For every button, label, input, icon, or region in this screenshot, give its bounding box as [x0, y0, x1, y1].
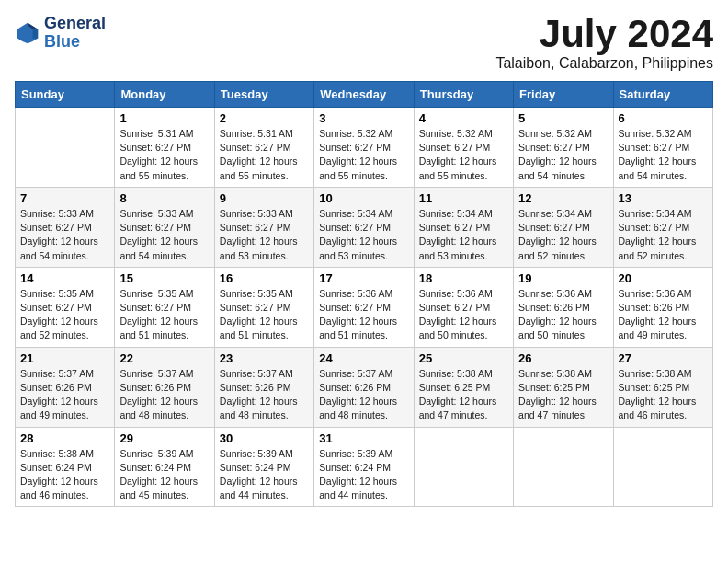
day-number: 9: [220, 191, 309, 205]
calendar-header: SundayMondayTuesdayWednesdayThursdayFrid…: [16, 82, 713, 108]
calendar-table: SundayMondayTuesdayWednesdayThursdayFrid…: [15, 81, 713, 507]
day-info: Sunrise: 5:31 AM Sunset: 6:27 PM Dayligh…: [119, 127, 209, 183]
calendar-cell: [414, 427, 513, 507]
calendar-cell: 5Sunrise: 5:32 AM Sunset: 6:27 PM Daylig…: [514, 108, 613, 188]
day-info: Sunrise: 5:36 AM Sunset: 6:26 PM Dayligh…: [619, 287, 708, 343]
calendar-cell: 10Sunrise: 5:34 AM Sunset: 6:27 PM Dayli…: [314, 187, 414, 267]
day-info: Sunrise: 5:35 AM Sunset: 6:27 PM Dayligh…: [220, 287, 309, 343]
calendar-cell: [16, 108, 115, 188]
day-info: Sunrise: 5:37 AM Sunset: 6:26 PM Dayligh…: [20, 367, 109, 423]
day-number: 15: [119, 271, 209, 285]
day-info: Sunrise: 5:32 AM Sunset: 6:27 PM Dayligh…: [419, 127, 508, 183]
day-number: 30: [220, 431, 309, 445]
day-number: 29: [119, 431, 209, 445]
calendar-cell: 31Sunrise: 5:39 AM Sunset: 6:24 PM Dayli…: [314, 427, 414, 507]
day-info: Sunrise: 5:34 AM Sunset: 6:27 PM Dayligh…: [518, 207, 608, 263]
calendar-cell: 12Sunrise: 5:34 AM Sunset: 6:27 PM Dayli…: [514, 187, 613, 267]
svg-marker-2: [33, 29, 39, 39]
day-info: Sunrise: 5:33 AM Sunset: 6:27 PM Dayligh…: [220, 207, 309, 263]
calendar-cell: 3Sunrise: 5:32 AM Sunset: 6:27 PM Daylig…: [314, 108, 414, 188]
weekday-header: Friday: [514, 82, 613, 108]
weekday-header: Thursday: [414, 82, 513, 108]
day-info: Sunrise: 5:36 AM Sunset: 6:27 PM Dayligh…: [419, 287, 508, 343]
location-title: Talaibon, Calabarzon, Philippines: [495, 55, 713, 72]
day-number: 8: [119, 191, 209, 205]
calendar-cell: 30Sunrise: 5:39 AM Sunset: 6:24 PM Dayli…: [214, 427, 313, 507]
calendar-cell: 23Sunrise: 5:37 AM Sunset: 6:26 PM Dayli…: [214, 347, 313, 427]
day-number: 26: [518, 351, 608, 365]
weekday-header: Tuesday: [214, 82, 313, 108]
day-number: 16: [220, 271, 309, 285]
weekday-header: Saturday: [613, 82, 712, 108]
calendar-cell: 18Sunrise: 5:36 AM Sunset: 6:27 PM Dayli…: [414, 267, 513, 347]
day-info: Sunrise: 5:32 AM Sunset: 6:27 PM Dayligh…: [619, 127, 708, 183]
day-number: 23: [220, 351, 309, 365]
logo-icon: [15, 20, 40, 46]
calendar-cell: 7Sunrise: 5:33 AM Sunset: 6:27 PM Daylig…: [16, 187, 115, 267]
logo: General Blue: [15, 15, 106, 52]
day-info: Sunrise: 5:39 AM Sunset: 6:24 PM Dayligh…: [220, 447, 309, 503]
calendar-cell: 11Sunrise: 5:34 AM Sunset: 6:27 PM Dayli…: [414, 187, 513, 267]
calendar-cell: 20Sunrise: 5:36 AM Sunset: 6:26 PM Dayli…: [613, 267, 712, 347]
day-number: 10: [319, 191, 408, 205]
day-number: 11: [419, 191, 508, 205]
calendar-cell: [514, 427, 613, 507]
calendar-cell: 2Sunrise: 5:31 AM Sunset: 6:27 PM Daylig…: [214, 108, 313, 188]
day-info: Sunrise: 5:37 AM Sunset: 6:26 PM Dayligh…: [119, 367, 209, 423]
day-info: Sunrise: 5:38 AM Sunset: 6:25 PM Dayligh…: [518, 367, 608, 423]
day-info: Sunrise: 5:39 AM Sunset: 6:24 PM Dayligh…: [119, 447, 209, 503]
day-number: 25: [419, 351, 508, 365]
month-title: July 2024: [495, 15, 713, 53]
day-info: Sunrise: 5:37 AM Sunset: 6:26 PM Dayligh…: [319, 367, 408, 423]
day-info: Sunrise: 5:33 AM Sunset: 6:27 PM Dayligh…: [119, 207, 209, 263]
day-number: 6: [619, 111, 708, 125]
day-info: Sunrise: 5:36 AM Sunset: 6:26 PM Dayligh…: [518, 287, 608, 343]
calendar-cell: 6Sunrise: 5:32 AM Sunset: 6:27 PM Daylig…: [613, 108, 712, 188]
weekday-header: Sunday: [16, 82, 115, 108]
day-number: 7: [20, 191, 109, 205]
day-number: 21: [20, 351, 109, 365]
day-number: 17: [319, 271, 408, 285]
weekday-header: Monday: [115, 82, 214, 108]
calendar-cell: 16Sunrise: 5:35 AM Sunset: 6:27 PM Dayli…: [214, 267, 313, 347]
calendar-cell: 8Sunrise: 5:33 AM Sunset: 6:27 PM Daylig…: [115, 187, 214, 267]
day-info: Sunrise: 5:39 AM Sunset: 6:24 PM Dayligh…: [319, 447, 408, 503]
calendar-cell: 29Sunrise: 5:39 AM Sunset: 6:24 PM Dayli…: [115, 427, 214, 507]
day-number: 31: [319, 431, 408, 445]
calendar-cell: [613, 427, 712, 507]
day-info: Sunrise: 5:35 AM Sunset: 6:27 PM Dayligh…: [20, 287, 109, 343]
page-header: General Blue July 2024 Talaibon, Calabar…: [15, 15, 713, 72]
day-number: 27: [619, 351, 708, 365]
calendar-cell: 9Sunrise: 5:33 AM Sunset: 6:27 PM Daylig…: [214, 187, 313, 267]
day-number: 28: [20, 431, 109, 445]
day-number: 18: [419, 271, 508, 285]
day-info: Sunrise: 5:38 AM Sunset: 6:24 PM Dayligh…: [20, 447, 109, 503]
day-info: Sunrise: 5:31 AM Sunset: 6:27 PM Dayligh…: [220, 127, 309, 183]
day-info: Sunrise: 5:38 AM Sunset: 6:25 PM Dayligh…: [419, 367, 508, 423]
calendar-cell: 14Sunrise: 5:35 AM Sunset: 6:27 PM Dayli…: [16, 267, 115, 347]
day-number: 20: [619, 271, 708, 285]
day-number: 12: [518, 191, 608, 205]
day-info: Sunrise: 5:38 AM Sunset: 6:25 PM Dayligh…: [619, 367, 708, 423]
calendar-cell: 24Sunrise: 5:37 AM Sunset: 6:26 PM Dayli…: [314, 347, 414, 427]
calendar-cell: 15Sunrise: 5:35 AM Sunset: 6:27 PM Dayli…: [115, 267, 214, 347]
calendar-cell: 27Sunrise: 5:38 AM Sunset: 6:25 PM Dayli…: [613, 347, 712, 427]
day-info: Sunrise: 5:33 AM Sunset: 6:27 PM Dayligh…: [20, 207, 109, 263]
calendar-cell: 26Sunrise: 5:38 AM Sunset: 6:25 PM Dayli…: [514, 347, 613, 427]
day-number: 2: [220, 111, 309, 125]
day-info: Sunrise: 5:32 AM Sunset: 6:27 PM Dayligh…: [518, 127, 608, 183]
day-number: 5: [518, 111, 608, 125]
day-number: 19: [518, 271, 608, 285]
day-number: 1: [119, 111, 209, 125]
day-number: 3: [319, 111, 408, 125]
day-info: Sunrise: 5:34 AM Sunset: 6:27 PM Dayligh…: [619, 207, 708, 263]
day-info: Sunrise: 5:34 AM Sunset: 6:27 PM Dayligh…: [319, 207, 408, 263]
day-info: Sunrise: 5:32 AM Sunset: 6:27 PM Dayligh…: [319, 127, 408, 183]
day-number: 13: [619, 191, 708, 205]
day-info: Sunrise: 5:35 AM Sunset: 6:27 PM Dayligh…: [119, 287, 209, 343]
day-info: Sunrise: 5:34 AM Sunset: 6:27 PM Dayligh…: [419, 207, 508, 263]
calendar-cell: 19Sunrise: 5:36 AM Sunset: 6:26 PM Dayli…: [514, 267, 613, 347]
calendar-cell: 1Sunrise: 5:31 AM Sunset: 6:27 PM Daylig…: [115, 108, 214, 188]
day-info: Sunrise: 5:36 AM Sunset: 6:27 PM Dayligh…: [319, 287, 408, 343]
day-number: 24: [319, 351, 408, 365]
